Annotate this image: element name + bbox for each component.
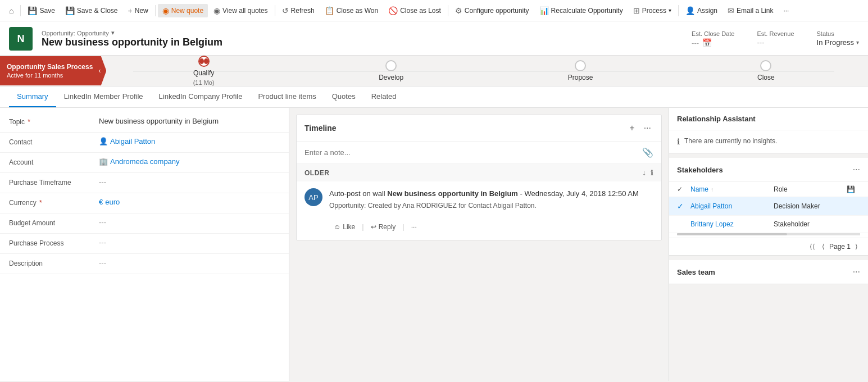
close-won-icon: 📋 [325, 6, 334, 15]
pagination-next-button[interactable]: ⟩ [853, 242, 860, 252]
save-close-icon: 💾 [65, 6, 75, 15]
record-icon: N [9, 27, 33, 51]
pagination-first-button[interactable]: ⟨⟨ [807, 242, 817, 252]
timeline-note-field[interactable] [305, 148, 638, 157]
est-close-date-field: Est. Close Date --- 📅 [692, 30, 734, 47]
toolbar-divider-5 [678, 5, 679, 16]
field-value-account[interactable]: 🏢 Andromeda company [99, 157, 280, 166]
field-value-topic[interactable]: New business opportunity in Belgium [99, 117, 280, 125]
process-step-qualify[interactable]: Qualify (11 Mo) [193, 56, 215, 86]
step-circle-close [760, 60, 771, 71]
field-value-contact[interactable]: 👤 Abigail Patton [99, 137, 280, 145]
close-lost-button[interactable]: 🚫 Close as Lost [384, 4, 446, 17]
save-close-button[interactable]: 💾 Save & Close [61, 4, 122, 17]
status-dropdown[interactable]: In Progress ▾ [817, 38, 859, 47]
tab-linkedin-member[interactable]: LinkedIn Member Profile [56, 87, 151, 107]
process-step-develop[interactable]: Develop [379, 60, 403, 81]
tab-related[interactable]: Related [363, 87, 405, 107]
field-row-purchase-timeframe: Purchase Timeframe --- [0, 173, 289, 193]
field-value-budget-amount[interactable]: --- [99, 218, 280, 226]
field-row-purchase-process: Purchase Process --- [0, 234, 289, 254]
header-info: Opportunity: Opportunity ▾ New business … [42, 29, 683, 48]
configure-button[interactable]: ⚙ Configure opportunity [451, 4, 534, 17]
timeline-more-button[interactable]: ··· [642, 122, 653, 134]
field-value-purchase-process[interactable]: --- [99, 238, 280, 247]
timeline-info-button[interactable]: ℹ [651, 169, 653, 177]
stakeholders-section: Stakeholders ··· ✓ Name ↑ Role � [669, 158, 868, 256]
more-button[interactable]: ··· [779, 4, 793, 17]
recalculate-button[interactable]: 📊 Recalculate Opportunity [535, 4, 628, 17]
stakeholders-pagination: ⟨⟨ ⟨ Page 1 ⟩ [669, 238, 868, 255]
save-icon: 💾 [28, 6, 37, 15]
check-header-icon: ✓ [677, 185, 683, 193]
pagination-prev-button[interactable]: ⟨ [820, 242, 827, 252]
save-button[interactable]: 💾 Save [23, 4, 59, 17]
assign-icon: 👤 [685, 6, 695, 15]
close-won-button[interactable]: 📋 Close as Won [320, 4, 383, 17]
breadcrumb[interactable]: Opportunity: Opportunity ▾ [42, 29, 683, 37]
entry-more-button[interactable]: ··· [407, 221, 421, 233]
like-button[interactable]: ☺ Like [329, 221, 360, 233]
est-revenue-field: Est. Revenue --- [757, 30, 794, 47]
toolbar-divider-1 [20, 5, 21, 16]
field-value-currency[interactable]: € euro [99, 198, 280, 206]
timeline-older-row: OLDER ↓ ℹ [297, 164, 661, 181]
timeline-card: Timeline + ··· 📎 OLDER ↓ ℹ AP [296, 115, 662, 240]
timeline-sort-button[interactable]: ↓ [642, 169, 646, 177]
timeline-entry-actions-0: ☺ Like | ↩ Reply | ··· [297, 216, 661, 240]
stakeholders-title: Stakeholders [677, 166, 723, 174]
save-header-icon: 💾 [847, 185, 855, 193]
home-icon: ⌂ [9, 6, 13, 15]
new-quote-button[interactable]: ◉ New quote [158, 4, 208, 17]
reply-button[interactable]: ↩ Reply [366, 221, 401, 233]
tab-product-items[interactable]: Product line items [250, 87, 324, 107]
field-value-purchase-timeframe[interactable]: --- [99, 178, 280, 186]
name-sort-icon[interactable]: ↑ [711, 187, 714, 193]
calendar-icon[interactable]: 📅 [702, 38, 712, 47]
timeline-entry-sub-0: Opportunity: Created by Ana RODRIGUEZ fo… [329, 202, 653, 210]
info-icon: ℹ [677, 137, 680, 146]
field-value-description[interactable]: --- [99, 258, 280, 267]
sales-team-more-button[interactable]: ··· [853, 267, 860, 277]
stakeholders-more-button[interactable]: ··· [853, 165, 860, 175]
new-icon: + [128, 6, 133, 15]
page-title: New business opportunity in Belgium [42, 37, 683, 48]
process-step-close[interactable]: Close [757, 60, 775, 81]
tab-summary[interactable]: Summary [9, 87, 56, 107]
timeline-note-input-row: 📎 [297, 142, 661, 164]
process-button[interactable]: ⊞ Process ▾ [629, 4, 676, 17]
tab-linkedin-company[interactable]: LinkedIn Company Profile [151, 87, 251, 107]
timeline-entry-0: AP Auto-post on wall New business opport… [297, 181, 661, 216]
process-bar: Opportunity Sales Process Active for 11 … [0, 56, 868, 87]
assign-button[interactable]: 👤 Assign [681, 4, 722, 17]
relationship-assistant-title: Relationship Assistant [677, 115, 756, 123]
stakeholder-name-0[interactable]: Abigail Patton [690, 202, 774, 210]
stakeholder-role-0: Decision Maker [774, 202, 847, 210]
center-panel: Timeline + ··· 📎 OLDER ↓ ℹ AP [289, 108, 669, 381]
right-panel: Relationship Assistant ℹ There are curre… [669, 108, 868, 381]
tab-quotes[interactable]: Quotes [324, 87, 363, 107]
checkmark-icon-0: ✓ [677, 202, 684, 211]
stakeholder-row-1[interactable]: Brittany Lopez Stakeholder [669, 216, 868, 233]
new-button[interactable]: + New [124, 4, 153, 17]
home-button[interactable]: ⌂ [4, 4, 18, 17]
breadcrumb-chevron-icon: ▾ [111, 29, 115, 37]
stakeholder-name-1[interactable]: Brittany Lopez [690, 220, 774, 228]
close-lost-icon: 🚫 [388, 6, 398, 15]
process-chevron-icon: ▾ [669, 7, 671, 13]
process-step-propose[interactable]: Propose [568, 60, 593, 81]
entry-more-icon: ··· [411, 223, 417, 231]
timeline-add-button[interactable]: + [627, 122, 637, 134]
field-row-currency: Currency * € euro [0, 193, 289, 213]
stakeholders-scrollbar[interactable] [677, 233, 860, 235]
toolbar-divider-3 [275, 5, 275, 16]
status-chevron-icon: ▾ [856, 39, 859, 46]
configure-icon: ⚙ [455, 6, 462, 15]
email-link-button[interactable]: ✉ Email a Link [723, 4, 778, 17]
refresh-button[interactable]: ↺ Refresh [278, 4, 319, 17]
attach-icon[interactable]: 📎 [642, 147, 653, 158]
view-quotes-button[interactable]: ◉ View all quotes [209, 4, 272, 17]
stakeholders-header: ✓ Name ↑ Role 💾 [669, 182, 868, 197]
step-circle-develop [385, 60, 397, 71]
stakeholder-row-0[interactable]: ✓ Abigail Patton Decision Maker [669, 197, 868, 216]
